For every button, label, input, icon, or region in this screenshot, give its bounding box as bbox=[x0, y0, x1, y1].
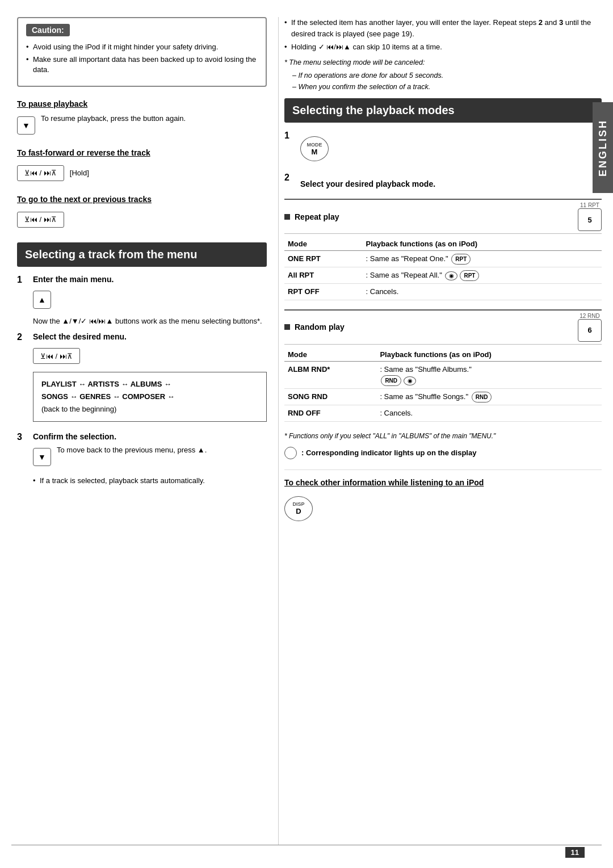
mode-step2-num: 2 bbox=[284, 173, 295, 183]
random-square-icon bbox=[284, 324, 290, 330]
track-menu-heading: Selecting a track from the menu bbox=[17, 242, 267, 267]
step1-row: 1 Enter the main menu. ▲ Now the ▲/▼/✓ ⏮… bbox=[17, 275, 267, 327]
select-menu-button[interactable]: ⊻⏮ / ⏭⊼ bbox=[33, 348, 80, 364]
dash-note-1: – If no operations are done for about 5 … bbox=[284, 70, 602, 81]
random-table: Mode Playback functions (as on iPod) ALB… bbox=[284, 348, 602, 422]
footnote: * Functions only if you select "ALL" in … bbox=[284, 431, 602, 441]
table-row: All RPT : Same as "Repeat All." ◉RPT bbox=[284, 267, 602, 284]
pause-heading: To pause playback bbox=[17, 99, 267, 108]
random-play-label-group: Random play bbox=[284, 322, 345, 332]
repeat-btn-num: 11 RPT bbox=[580, 202, 599, 208]
repeat-th-mode: Mode bbox=[284, 237, 363, 251]
caution-box: Caution: Avoid using the iPod if it migh… bbox=[17, 17, 267, 87]
right-note-item-2: Holding ✓ ⏮/⏭▲ can skip 10 items at a ti… bbox=[284, 41, 602, 53]
table-row: RPT OFF : Cancels. bbox=[284, 284, 602, 300]
left-column: Caution: Avoid using the iPod if it migh… bbox=[17, 17, 278, 845]
pause-desc: To resume playback, press the button aga… bbox=[41, 113, 186, 124]
all-rpt-mode: All RPT bbox=[284, 267, 363, 284]
caution-item-1: Avoid using the iPod if it might hinder … bbox=[26, 42, 258, 52]
repeat-th-func: Playback functions (as on iPod) bbox=[363, 237, 602, 251]
one-rpt-mode: ONE RPT bbox=[284, 251, 363, 267]
step3-desc2: • If a track is selected, playback start… bbox=[33, 475, 267, 487]
albm-rnd-mode: ALBM RND* bbox=[284, 361, 376, 389]
random-btn-num: 12 RND bbox=[580, 313, 600, 319]
language-tab: ENGLISH bbox=[593, 102, 613, 193]
step2-label: Select the desired menu. bbox=[33, 332, 267, 341]
menu-enter-button[interactable]: ▲ bbox=[33, 291, 51, 309]
confirm-button[interactable]: ▼ bbox=[33, 448, 51, 466]
step3-label: Confirm the selection. bbox=[33, 432, 267, 441]
step3-row: 3 Confirm the selection. ▼ To move back … bbox=[17, 432, 267, 487]
mode-button[interactable]: MODE M bbox=[300, 136, 329, 161]
random-play-label: Random play bbox=[295, 322, 345, 332]
step2-row: 2 Select the desired menu. ⊻⏮ / ⏭⊼ PLAYL… bbox=[17, 332, 267, 426]
fast-forward-button[interactable]: ⊻⏮ / ⏭⊼ bbox=[17, 165, 64, 181]
mode-step1-num: 1 bbox=[284, 131, 295, 141]
playback-modes-heading: Selecting the playback modes bbox=[284, 98, 602, 123]
random-play-header: Random play 12 RND 6 bbox=[284, 309, 602, 345]
rpt-off-mode: RPT OFF bbox=[284, 284, 363, 300]
repeat-btn-main: 5 bbox=[587, 216, 591, 224]
hold-label: [Hold] bbox=[70, 169, 89, 177]
caution-item-2: Make sure all important data has been ba… bbox=[26, 54, 258, 75]
next-prev-button[interactable]: ⊻⏮ / ⏭⊼ bbox=[17, 212, 64, 228]
one-rpt-desc: : Same as "Repeat One." RPT bbox=[363, 251, 602, 267]
fast-forward-section: To fast-forward or reverse the track ⊻⏮ … bbox=[17, 148, 267, 184]
song-rnd-desc: : Same as "Shuffle Songs." RND bbox=[376, 389, 602, 405]
random-play-block: Random play 12 RND 6 Mode Playback funct… bbox=[284, 309, 602, 422]
song-rnd-mode: SONG RND bbox=[284, 389, 376, 405]
asterisk-main-note: * The menu selecting mode will be cancel… bbox=[284, 57, 602, 68]
random-btn[interactable]: 6 bbox=[578, 319, 602, 342]
pause-playback-section: To pause playback ▼ To resume playback, … bbox=[17, 99, 267, 138]
repeat-square-icon bbox=[284, 214, 290, 220]
rpt-badge: RPT bbox=[451, 254, 471, 265]
disc-badge-2: ◉ bbox=[404, 376, 416, 385]
rnd-off-mode: RND OFF bbox=[284, 405, 376, 422]
dash-note-2: – When you confirm the selection of a tr… bbox=[284, 81, 602, 93]
repeat-table: Mode Playback functions (as on iPod) ONE… bbox=[284, 237, 602, 300]
repeat-btn[interactable]: 5 bbox=[578, 208, 602, 231]
table-row: ALBM RND* : Same as "Shuffle Albums."RND… bbox=[284, 361, 602, 389]
caution-list: Avoid using the iPod if it might hinder … bbox=[26, 42, 258, 76]
mode-step2-row: 2 Select your desired playback mode. bbox=[284, 173, 602, 193]
step3-num: 3 bbox=[17, 432, 27, 442]
repeat-play-label-group: Repeat play bbox=[284, 212, 339, 221]
table-row: SONG RND : Same as "Shuffle Songs." RND bbox=[284, 389, 602, 405]
random-th-mode: Mode bbox=[284, 348, 376, 362]
check-info-title: To check other information while listeni… bbox=[284, 478, 602, 487]
random-btn-main: 6 bbox=[587, 326, 591, 334]
pause-button[interactable]: ▼ bbox=[17, 116, 35, 135]
mode-step1-row: 1 MODE M bbox=[284, 131, 602, 167]
albm-rnd-desc: : Same as "Shuffle Albums."RND◉ bbox=[376, 361, 602, 389]
mode-btn-top-label: MODE bbox=[307, 142, 322, 148]
disc-badge: ◉ bbox=[445, 271, 457, 280]
rnd-badge-2: RND bbox=[472, 392, 492, 402]
indicator-note: : Corresponding indicator lights up on t… bbox=[284, 447, 602, 459]
step2-content: Select the desired menu. ⊻⏮ / ⏭⊼ PLAYLIS… bbox=[33, 332, 267, 426]
step1-num: 1 bbox=[17, 275, 27, 285]
page-number: 11 bbox=[565, 847, 585, 858]
right-note-item-1: If the selected item has another layer, … bbox=[284, 17, 602, 39]
step3-desc1: To move back to the previous menu, press… bbox=[57, 445, 207, 456]
step3-content: Confirm the selection. ▼ To move back to… bbox=[33, 432, 267, 487]
next-prev-heading: To go to the next or previous tracks bbox=[17, 195, 267, 204]
playlist-flow-box: PLAYLIST ↔ ARTISTS ↔ ALBUMS ↔SONGS ↔ GEN… bbox=[33, 372, 267, 422]
caution-title: Caution: bbox=[26, 24, 70, 36]
table-row: RND OFF : Cancels. bbox=[284, 405, 602, 422]
repeat-play-header: Repeat play 11 RPT 5 bbox=[284, 199, 602, 234]
right-column: If the selected item has another layer, … bbox=[278, 17, 602, 845]
step1-desc: Now the ▲/▼/✓ ⏮/⏭▲ buttons work as the m… bbox=[33, 316, 267, 327]
step2-num: 2 bbox=[17, 332, 27, 342]
playlist-back-note: (back to the beginning) bbox=[41, 405, 116, 413]
repeat-play-label: Repeat play bbox=[295, 212, 339, 221]
bottom-divider bbox=[11, 845, 602, 845]
random-th-func: Playback functions (as on iPod) bbox=[376, 348, 602, 362]
mode-btn-main-label: M bbox=[312, 148, 318, 156]
mode-step2-label: Select your desired playback mode. bbox=[300, 179, 602, 188]
rnd-badge: RND bbox=[381, 375, 401, 386]
rpt-badge-2: RPT bbox=[460, 270, 479, 281]
table-row: ONE RPT : Same as "Repeat One." RPT bbox=[284, 251, 602, 267]
disp-btn-main-label: D bbox=[296, 507, 301, 515]
all-rpt-desc: : Same as "Repeat All." ◉RPT bbox=[363, 267, 602, 284]
disp-button[interactable]: DISP D bbox=[284, 496, 313, 521]
